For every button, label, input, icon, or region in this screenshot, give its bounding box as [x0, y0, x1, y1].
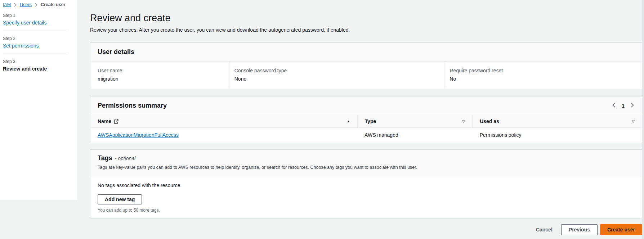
step-number: Step 3 [3, 59, 68, 64]
column-header-name[interactable]: Name ▲ [90, 115, 357, 128]
field-value: migration [98, 76, 224, 82]
step-1: Step 1 Specify user details [3, 13, 68, 26]
create-user-button[interactable]: Create user [600, 224, 642, 235]
step-current-review-and-create: Review and create [3, 66, 47, 72]
policy-link[interactable]: AWSApplicationMigrationFullAccess [98, 132, 179, 138]
pagination-next-button[interactable] [630, 102, 635, 109]
iam-create-user-page: IAM Users Create user Step 1 Specify use… [0, 0, 644, 239]
step-number: Step 1 [3, 13, 68, 18]
tags-title: Tags [98, 154, 112, 162]
field-require-password-reset: Require password reset No [444, 62, 642, 89]
column-label: Used as [480, 118, 499, 124]
column-label: Type [365, 118, 376, 124]
table-header-row: Name ▲ [90, 115, 642, 128]
permissions-summary-header: Permissions summary 1 [90, 96, 642, 115]
external-link-icon [114, 119, 118, 124]
page-description: Review your choices. After you create th… [90, 27, 642, 33]
field-value: No [450, 76, 637, 82]
policy-name-cell: AWSApplicationMigrationFullAccess [90, 128, 357, 143]
previous-button[interactable]: Previous [561, 224, 598, 235]
policy-type-cell: AWS managed [357, 128, 473, 143]
divider [3, 31, 68, 31]
policy-used-as-cell: Permissions policy [473, 128, 642, 143]
breadcrumb: IAM Users Create user [3, 2, 66, 7]
breadcrumb-current: Create user [41, 2, 66, 7]
column-header-type[interactable]: Type ▽ [357, 115, 473, 128]
table-row: AWSApplicationMigrationFullAccess AWS ma… [90, 128, 642, 143]
step-link-specify-user-details[interactable]: Specify user details [3, 20, 46, 26]
tags-optional-label: - optional [115, 155, 136, 161]
sort-icon: ▽ [462, 119, 465, 124]
cancel-button[interactable]: Cancel [532, 225, 556, 235]
field-label: Require password reset [450, 68, 637, 73]
field-user-name: User name migration [90, 62, 229, 89]
user-details-title: User details [98, 48, 134, 55]
step-number: Step 2 [3, 36, 68, 41]
page-title: Review and create [90, 12, 642, 24]
pagination-current-page[interactable]: 1 [622, 103, 625, 109]
main-content: Review and create Review your choices. A… [90, 0, 642, 235]
divider [3, 54, 68, 54]
sort-ascending-icon: ▲ [347, 120, 350, 123]
tags-description: Tags are key-value pairs you can add to … [98, 165, 635, 170]
sort-icon: ▽ [632, 119, 635, 124]
user-details-header: User details [90, 43, 642, 62]
chevron-right-icon [14, 3, 17, 7]
chevron-right-icon [631, 103, 634, 109]
pagination: 1 [612, 102, 635, 109]
breadcrumb-link-users[interactable]: Users [20, 2, 32, 7]
pagination-prev-button[interactable] [612, 102, 616, 109]
permissions-summary-title: Permissions summary [98, 102, 167, 109]
tags-header: Tags - optional Tags are key-value pairs… [90, 150, 642, 176]
scrollbar[interactable] [642, 0, 644, 239]
step-3: Step 3 Review and create [3, 59, 68, 72]
chevron-left-icon [612, 103, 616, 109]
step-2: Step 2 Set permissions [3, 36, 68, 49]
column-header-used-as[interactable]: Used as ▽ [473, 115, 642, 128]
field-label: Console password type [234, 68, 439, 73]
field-label: User name [98, 68, 224, 73]
field-console-password-type: Console password type None [229, 62, 444, 89]
add-new-tag-button[interactable]: Add new tag [98, 194, 142, 204]
tags-body: No tags associated with the resource. Ad… [90, 176, 642, 218]
field-value: None [234, 76, 439, 82]
wizard-steps-nav: Step 1 Specify user details Step 2 Set p… [3, 13, 68, 72]
tags-empty-message: No tags associated with the resource. [98, 182, 635, 188]
permissions-table: Name ▲ [90, 115, 642, 143]
column-label: Name [98, 118, 111, 124]
permissions-summary-panel: Permissions summary 1 [90, 96, 642, 143]
user-details-body: User name migration Console password typ… [90, 62, 642, 89]
tags-panel: Tags - optional Tags are key-value pairs… [90, 149, 642, 218]
breadcrumb-link-iam[interactable]: IAM [3, 2, 11, 7]
chevron-right-icon [35, 3, 37, 7]
wizard-footer-actions: Cancel Previous Create user [90, 224, 642, 235]
step-link-set-permissions[interactable]: Set permissions [3, 43, 39, 49]
tags-limit-message: You can add up to 50 more tags. [98, 208, 635, 213]
user-details-panel: User details User name migration Console… [90, 42, 642, 89]
